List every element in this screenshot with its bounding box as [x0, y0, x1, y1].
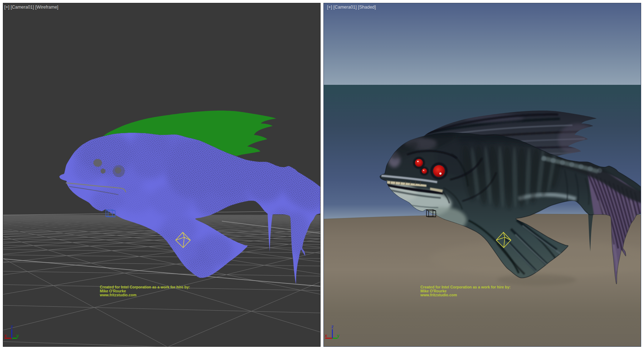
svg-text:y: y: [16, 333, 19, 338]
svg-text:y: y: [337, 333, 340, 338]
svg-text:[+] [Camera01] [Wireframe]: [+] [Camera01] [Wireframe]: [4, 5, 58, 10]
svg-text:z: z: [331, 324, 334, 329]
svg-text:www.fritzstudio.com: www.fritzstudio.com: [420, 293, 457, 297]
svg-text:z: z: [11, 324, 13, 329]
svg-text:www.fritzstudio.com: www.fritzstudio.com: [99, 293, 136, 297]
svg-text:x: x: [4, 333, 7, 338]
svg-text:x: x: [325, 333, 327, 338]
svg-text:[+] [Camera01] [Shaded]: [+] [Camera01] [Shaded]: [327, 5, 376, 10]
